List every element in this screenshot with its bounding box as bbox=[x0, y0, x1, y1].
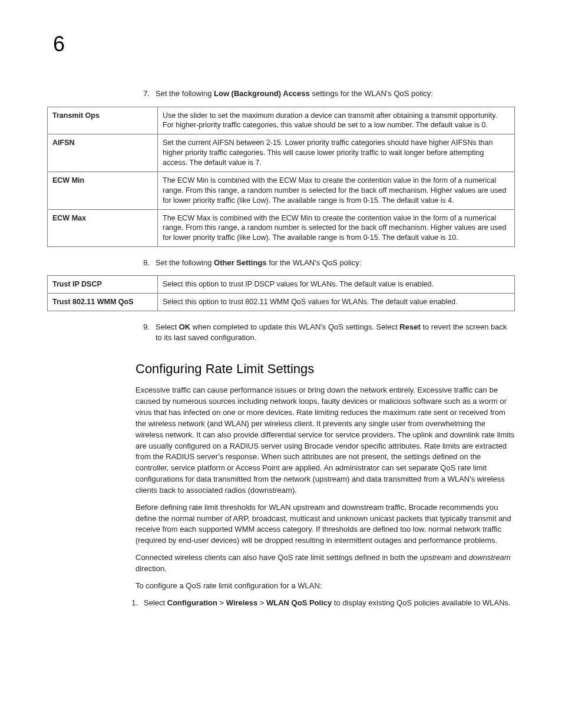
section-heading: Configuring Rate Limit Settings bbox=[135, 360, 515, 378]
row-desc: Select this option to trust 802.11 WMM Q… bbox=[158, 294, 515, 311]
text: direction. bbox=[135, 564, 167, 573]
text: for the WLAN's QoS policy: bbox=[267, 258, 362, 267]
text: settings for the WLAN's QoS policy: bbox=[310, 89, 433, 98]
step-body: Set the following Low (Background) Acces… bbox=[156, 88, 515, 99]
paragraph: To configure a QoS rate limit configurat… bbox=[135, 581, 515, 592]
step-9: 9. Select OK when completed to update th… bbox=[135, 322, 515, 343]
row-desc: The ECW Max is combined with the ECW Min… bbox=[158, 209, 515, 247]
row-header: Trust 802.11 WMM QoS bbox=[48, 294, 158, 311]
text: Set the following bbox=[156, 89, 214, 98]
step-body: Select Configuration > Wireless > WLAN Q… bbox=[144, 598, 515, 608]
italic-text: upstream bbox=[420, 553, 452, 562]
breadcrumb-part: WLAN QoS Policy bbox=[266, 598, 332, 607]
step-1: 1. Select Configuration > Wireless > WLA… bbox=[124, 598, 515, 608]
bold-text: Low (Background) Access bbox=[214, 89, 310, 98]
row-desc: Use the slider to set the maximum durati… bbox=[158, 107, 515, 134]
table-row: Trust IP DSCP Select this option to trus… bbox=[48, 276, 515, 294]
paragraph: Excessive traffic can cause performance … bbox=[135, 385, 515, 496]
breadcrumb-part: Configuration bbox=[167, 598, 217, 607]
text: and bbox=[452, 553, 469, 562]
text: > bbox=[257, 598, 266, 607]
bold-text: Reset bbox=[399, 322, 420, 331]
row-desc: Set the current AIFSN between 2-15. Lowe… bbox=[158, 134, 515, 172]
step-body: Select OK when completed to update this … bbox=[156, 322, 515, 343]
step-number: 8. bbox=[135, 258, 156, 268]
row-header: ECW Max bbox=[48, 209, 158, 247]
table-row: Transmit Ops Use the slider to set the m… bbox=[48, 107, 515, 134]
row-desc: The ECW Min is combined with the ECW Max… bbox=[158, 172, 515, 209]
table-row: ECW Min The ECW Min is combined with the… bbox=[48, 172, 515, 209]
step-8: 8. Set the following Other Settings for … bbox=[135, 258, 515, 268]
row-desc: Select this option to trust IP DSCP valu… bbox=[158, 276, 515, 294]
step-body: Set the following Other Settings for the… bbox=[156, 258, 515, 268]
table-row: Trust 802.11 WMM QoS Select this option … bbox=[48, 294, 515, 311]
row-header: ECW Min bbox=[48, 172, 158, 209]
breadcrumb-part: Wireless bbox=[226, 598, 257, 607]
row-header: AIFSN bbox=[48, 134, 158, 172]
low-background-access-table: Transmit Ops Use the slider to set the m… bbox=[47, 107, 515, 248]
row-header: Trust IP DSCP bbox=[48, 276, 158, 294]
chapter-number: 6 bbox=[53, 29, 515, 59]
text: Connected wireless clients can also have… bbox=[135, 553, 420, 562]
text: Select bbox=[144, 598, 167, 607]
italic-text: downstream bbox=[469, 553, 511, 562]
text: to display existing QoS policies availab… bbox=[332, 598, 510, 607]
other-settings-table: Trust IP DSCP Select this option to trus… bbox=[47, 275, 515, 311]
text: Select bbox=[156, 322, 179, 331]
paragraph: Connected wireless clients can also have… bbox=[135, 552, 515, 575]
table-row: AIFSN Set the current AIFSN between 2-15… bbox=[48, 134, 515, 172]
step-number: 1. bbox=[124, 598, 144, 608]
paragraph: Before defining rate limit thresholds fo… bbox=[135, 502, 515, 546]
table-row: ECW Max The ECW Max is combined with the… bbox=[48, 209, 515, 247]
text: when completed to update this WLAN's QoS… bbox=[190, 322, 399, 331]
step-number: 9. bbox=[135, 322, 156, 332]
text: Set the following bbox=[156, 258, 214, 267]
text: > bbox=[217, 598, 226, 607]
bold-text: Other Settings bbox=[214, 258, 267, 267]
bold-text: OK bbox=[179, 322, 191, 331]
step-7: 7. Set the following Low (Background) Ac… bbox=[135, 88, 515, 99]
step-number: 7. bbox=[135, 88, 156, 99]
row-header: Transmit Ops bbox=[48, 107, 158, 134]
